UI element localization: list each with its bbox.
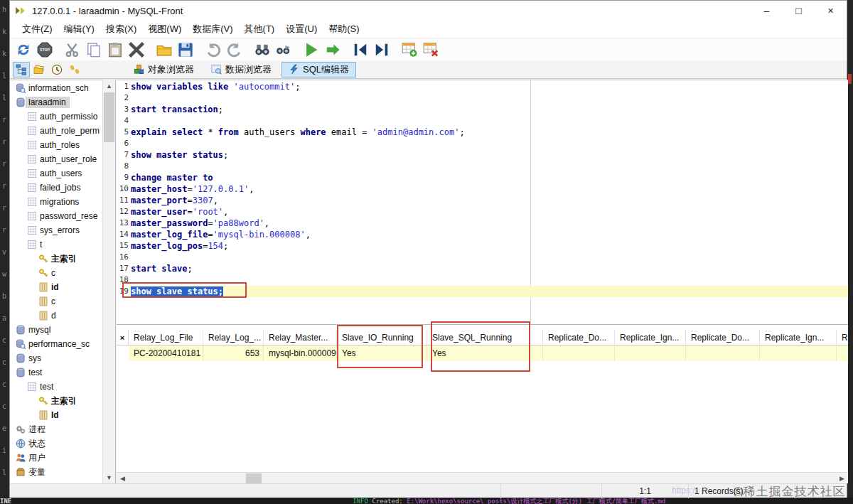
menu-item[interactable]: 帮助(S) <box>323 21 365 37</box>
run-current-button[interactable] <box>322 40 343 60</box>
find-next-button[interactable] <box>273 40 294 60</box>
tree-item-auth_role_perm[interactable]: auth_role_perm <box>27 124 103 138</box>
scroll-right-arrow[interactable]: ▶ <box>836 473 848 484</box>
last-record-button[interactable] <box>371 40 392 60</box>
tree-item-laraadmin[interactable]: laraadmin <box>16 95 70 109</box>
grid-horizontal-scrollbar[interactable]: ◀ ▶ <box>117 472 848 483</box>
tree-item-进程[interactable]: 进程 <box>16 422 49 436</box>
first-record-button[interactable] <box>350 40 371 60</box>
menu-item[interactable]: 视图(W) <box>142 21 187 37</box>
cut-button[interactable] <box>62 40 83 60</box>
code-line-15[interactable]: 15master_log_pos=154; <box>117 240 848 252</box>
grid-cell[interactable] <box>760 345 837 361</box>
delete-button[interactable] <box>126 40 147 60</box>
tree-item-mysql[interactable]: mysql <box>16 323 54 337</box>
tree-item-information_sch[interactable]: information_sch <box>16 81 92 95</box>
tree-item-sys[interactable]: sys <box>16 351 45 365</box>
tree-item-Id[interactable]: Id <box>38 408 63 422</box>
code-line-19[interactable]: 19show slave status; <box>117 286 848 297</box>
code-line-6[interactable]: 6 <box>117 138 848 149</box>
tree-item-主索引[interactable]: 主索引 <box>38 252 80 266</box>
tab-sql-editor[interactable]: SQL编辑器 <box>281 62 356 77</box>
code-line-10[interactable]: 10master_host='127.0.0.1', <box>117 183 848 195</box>
refresh-button[interactable] <box>13 40 34 60</box>
paste-button[interactable] <box>104 40 126 60</box>
grid-cell[interactable] <box>615 345 686 361</box>
scroll-thumb[interactable] <box>104 92 114 142</box>
delete-record-button[interactable] <box>420 40 441 60</box>
open-folder-button[interactable] <box>154 40 175 60</box>
grid-header-Replicate_Ign...[interactable]: Replicate_Ign... <box>615 330 686 345</box>
run-button[interactable] <box>301 40 322 60</box>
code-line-9[interactable]: 9change master to <box>117 172 848 183</box>
grid-header-Slave_SQL_Running[interactable]: Slave_SQL_Running <box>427 330 543 345</box>
menu-item[interactable]: 其他(T) <box>239 21 281 37</box>
sql-editor[interactable]: 1show variables like 'autocommit';23star… <box>117 80 848 324</box>
save-button[interactable] <box>175 40 196 60</box>
grid-header-Relay_Log_...[interactable]: Relay_Log_... <box>203 330 264 345</box>
tree-item-d[interactable]: d <box>38 309 60 323</box>
grid-header-Relay_Master...[interactable]: Relay_Master... <box>264 330 337 345</box>
code-line-12[interactable]: 12master_user='root', <box>117 206 848 218</box>
tree-item-主索引[interactable]: 主索引 <box>38 394 80 408</box>
code-line-8[interactable]: 8 <box>117 161 848 172</box>
code-line-17[interactable]: 17start slave; <box>117 263 848 274</box>
minimize-button[interactable]: – <box>751 1 783 21</box>
code-line-11[interactable]: 11master_port=3307, <box>117 195 848 206</box>
tree-item-auth_users[interactable]: auth_users <box>27 166 85 181</box>
close-button[interactable]: × <box>815 1 847 21</box>
code-line-13[interactable]: 13master_password='pa88word', <box>117 218 848 229</box>
clock-button[interactable] <box>48 62 65 77</box>
tree-item-sys_errors[interactable]: sys_errors <box>27 223 83 237</box>
tree-item-auth_roles[interactable]: auth_roles <box>27 138 83 152</box>
grid-cell[interactable] <box>543 345 615 361</box>
grid-header-Relay_Log_File[interactable]: Relay_Log_File <box>129 330 203 345</box>
tab-object-browser[interactable]: 对象浏览器 <box>127 62 201 77</box>
scroll-thumb-horizontal[interactable] <box>246 473 262 483</box>
tree-item-t[interactable]: t <box>27 237 45 252</box>
copy-button[interactable] <box>83 40 104 60</box>
tree-item-test[interactable]: test <box>27 380 57 394</box>
code-line-16[interactable]: 16 <box>117 252 848 263</box>
menu-item[interactable]: 编辑(Y) <box>58 21 100 37</box>
menu-item[interactable]: 文件(Z) <box>16 21 58 37</box>
scroll-up-arrow[interactable]: ▲ <box>103 80 115 92</box>
maximize-button[interactable]: □ <box>783 1 815 21</box>
titlebar[interactable]: 127.0.0.1 - laraadmin - MySQL-Front – □ … <box>10 1 847 21</box>
menu-item[interactable]: 数据库(V) <box>187 21 238 37</box>
grid-cell[interactable]: Yes <box>427 345 543 361</box>
scroll-down-arrow[interactable]: ▼ <box>103 471 115 483</box>
tree-item-test[interactable]: test <box>16 365 45 380</box>
grid-cell[interactable] <box>686 345 760 361</box>
tree-scrollbar[interactable]: ▲ ▼ <box>102 80 114 483</box>
tree-item-id[interactable]: id <box>38 280 63 294</box>
grid-cell[interactable]: PC-20200410181 <box>129 345 203 361</box>
tree-item-auth_permissio[interactable]: auth_permissio <box>27 109 101 124</box>
tracks-button[interactable] <box>66 62 83 77</box>
grid-header-Re[interactable]: Re <box>837 330 848 345</box>
grid-header-Slave_IO_Running[interactable]: Slave_IO_Running <box>337 330 427 345</box>
code-line-4[interactable]: 4 <box>117 115 848 127</box>
grid-cell[interactable]: mysql-bin.000009 <box>264 345 337 361</box>
tree-item-状态[interactable]: 状态 <box>16 436 49 451</box>
tree-item-auth_user_role[interactable]: auth_user_role <box>27 152 100 166</box>
tree-item-performance_sc[interactable]: performance_sc <box>16 337 93 351</box>
stop-button[interactable]: STOP <box>34 40 55 60</box>
find-button[interactable] <box>252 40 273 60</box>
tree-item-变量[interactable]: 变量 <box>16 465 49 479</box>
tree-item-password_rese[interactable]: password_rese <box>27 209 101 223</box>
redo-button[interactable] <box>224 40 245 60</box>
tree-item-failed_jobs[interactable]: failed_jobs <box>27 181 84 195</box>
code-line-5[interactable]: 5explain select * from auth_users where … <box>117 127 848 138</box>
code-line-2[interactable]: 2 <box>117 92 848 104</box>
grid-cell[interactable]: Yes <box>337 345 427 361</box>
grid-header-Replicate_Do...[interactable]: Replicate_Do... <box>543 330 615 345</box>
grid-cell[interactable]: 653 <box>203 345 264 361</box>
tree-item-c[interactable]: c <box>38 294 59 309</box>
scroll-left-arrow[interactable]: ◀ <box>117 473 129 484</box>
undo-button[interactable] <box>203 40 224 60</box>
tab-data-browser[interactable]: 数据浏览器 <box>204 62 279 77</box>
grid-cell[interactable] <box>837 345 848 361</box>
grid-header-Replicate_Ign...[interactable]: Replicate_Ign... <box>760 330 837 345</box>
tree-item-c[interactable]: c <box>38 266 59 280</box>
